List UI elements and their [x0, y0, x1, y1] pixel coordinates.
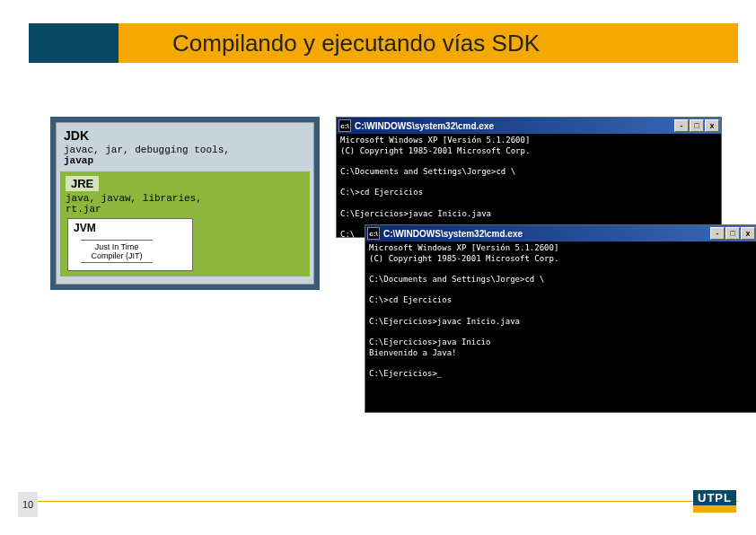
cmd2-title: C:\WINDOWS\system32\cmd.exe	[383, 229, 710, 239]
jre-box: JRE java, javaw, libraries, rt.jar JVM J…	[60, 171, 310, 276]
utpl-logo: UTPL	[693, 490, 736, 515]
jvm-box: JVM Just In Time Compiler (JIT)	[67, 218, 193, 271]
cmd2-titlebar[interactable]: c:\ C:\WINDOWS\system32\cmd.exe - □ x	[365, 225, 756, 241]
jdk-diagram: JDK javac, jar, debugging tools, javap J…	[50, 117, 320, 290]
jdk-items: javac, jar, debugging tools, javap	[64, 145, 306, 166]
jdk-items-bold: javap	[64, 155, 93, 166]
minimize-button[interactable]: -	[710, 227, 725, 240]
jit-box: Just In Time Compiler (JIT)	[81, 240, 153, 263]
jre-title: JRE	[66, 176, 99, 191]
header-accent-block	[29, 23, 119, 63]
close-button[interactable]: x	[705, 119, 719, 132]
jdk-box: JDK javac, jar, debugging tools, javap J…	[56, 122, 314, 285]
cmd1-titlebar[interactable]: c:\ C:\WINDOWS\system32\cmd.exe - □ x	[337, 118, 721, 134]
jdk-title: JDK	[64, 128, 306, 143]
cmd-window-1: c:\ C:\WINDOWS\system32\cmd.exe - □ x Mi…	[336, 117, 722, 238]
footer-divider	[38, 501, 738, 502]
page-number: 10	[18, 492, 38, 517]
maximize-button[interactable]: □	[690, 119, 704, 132]
cmd-icon: c:\	[338, 119, 351, 132]
content-area: JDK javac, jar, debugging tools, javap J…	[50, 117, 738, 413]
minimize-button[interactable]: -	[674, 119, 689, 132]
header-bar: Compilando y ejecutando vías SDK	[29, 23, 738, 63]
jre-items: java, javaw, libraries, rt.jar	[66, 193, 304, 215]
logo-text: UTPL	[693, 490, 736, 505]
slide-title: Compilando y ejecutando vías SDK	[119, 30, 738, 57]
cmd1-title: C:\WINDOWS\system32\cmd.exe	[355, 121, 674, 131]
jdk-items-prefix: javac, jar, debugging tools,	[64, 145, 230, 155]
close-button[interactable]: x	[741, 227, 755, 240]
cmd-window-2: c:\ C:\WINDOWS\system32\cmd.exe - □ x Mi…	[365, 224, 756, 413]
footer: 10 UTPL	[0, 488, 756, 517]
cmd-icon: c:\	[367, 227, 380, 240]
cmd2-body: Microsoft Windows XP [Versión 5.1.2600] …	[365, 241, 756, 382]
logo-subtext	[693, 505, 736, 513]
maximize-button[interactable]: □	[725, 227, 740, 240]
jvm-title: JVM	[74, 222, 187, 234]
